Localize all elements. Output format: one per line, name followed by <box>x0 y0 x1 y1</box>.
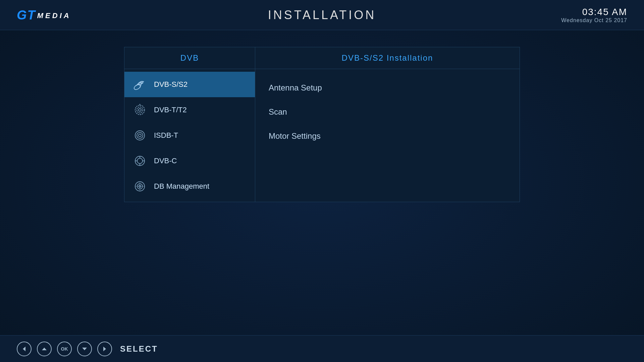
sidebar-item-dvbs2-label: DVB-S/S2 <box>154 80 187 89</box>
sidebar-item-dvbc-label: DVB-C <box>154 157 177 165</box>
bottom-bar: OK SELECT <box>0 335 644 362</box>
clock-date: Wednesday Oct 25 2017 <box>561 17 627 23</box>
nav-select-button[interactable] <box>97 342 112 356</box>
submenu-item-motor-settings[interactable]: Motor Settings <box>269 124 506 148</box>
submenu-panel-header: DVB-S/S2 Installation <box>255 47 520 69</box>
sidebar-item-dvbt2-label: DVB-T/T2 <box>154 106 187 114</box>
submenu-panel: DVB-S/S2 Installation Antenna Setup Scan… <box>255 47 520 202</box>
svg-marker-15 <box>23 347 25 351</box>
submenu-items: Antenna Setup Scan Motor Settings <box>255 69 520 155</box>
dvb-panel: DVB <box>124 47 255 202</box>
cable-icon <box>132 154 147 168</box>
sidebar-item-dvbc[interactable]: DVB-C <box>124 148 255 174</box>
nav-up-button[interactable] <box>37 342 52 356</box>
clock-time: 03:45 AM <box>561 7 627 17</box>
sidebar-item-dvbs2[interactable]: DVB-S/S2 <box>124 72 255 97</box>
sidebar-item-dvbt2[interactable]: DVB-T/T2 <box>124 97 255 123</box>
svg-marker-17 <box>82 348 87 350</box>
sidebar-item-isdbt-label: ISDB-T <box>154 131 178 140</box>
antenna-icon <box>132 103 147 117</box>
isdb-icon <box>132 128 147 143</box>
sidebar-item-dbmgmt-label: DB Management <box>154 182 209 191</box>
logo: GT MEDIA <box>17 9 71 21</box>
submenu-panel-title: DVB-S/S2 Installation <box>342 53 433 62</box>
svg-marker-18 <box>103 347 106 351</box>
submenu-item-scan[interactable]: Scan <box>269 100 506 124</box>
svg-point-4 <box>137 107 143 113</box>
main-content: DVB <box>0 30 644 219</box>
nav-down-button[interactable] <box>77 342 92 356</box>
page-title: INSTALLATION <box>268 8 376 22</box>
logo-gt: GT <box>17 9 36 21</box>
nav-back-button[interactable] <box>17 342 32 356</box>
panels: DVB <box>124 47 520 202</box>
header: GT MEDIA INSTALLATION 03:45 AM Wednesday… <box>0 0 644 30</box>
dvb-panel-title: DVB <box>180 53 199 62</box>
logo-media: MEDIA <box>37 11 71 20</box>
dvb-panel-header: DVB <box>124 47 255 69</box>
sidebar-item-dbmgmt[interactable]: DB Management <box>124 174 255 199</box>
db-icon <box>132 179 147 194</box>
clock: 03:45 AM Wednesday Oct 25 2017 <box>561 7 627 23</box>
svg-point-5 <box>139 109 141 111</box>
svg-point-11 <box>137 158 143 164</box>
submenu-item-antenna-setup[interactable]: Antenna Setup <box>269 76 506 100</box>
dvb-menu: DVB-S/S2 DVB-T/T2 <box>124 69 255 202</box>
svg-marker-16 <box>42 348 47 350</box>
satellite-icon <box>132 77 147 92</box>
svg-point-9 <box>139 134 141 137</box>
svg-point-8 <box>137 132 143 138</box>
sidebar-item-isdbt[interactable]: ISDB-T <box>124 123 255 148</box>
select-label: SELECT <box>120 344 158 354</box>
nav-ok-button[interactable]: OK <box>57 342 72 356</box>
